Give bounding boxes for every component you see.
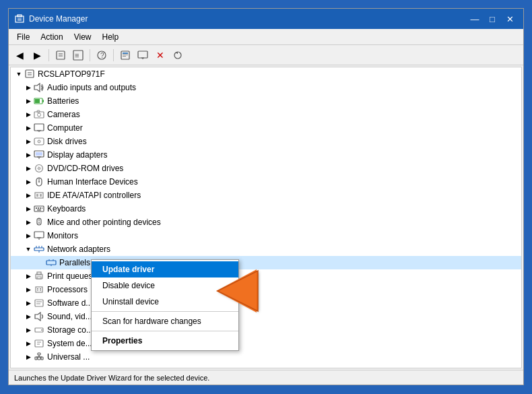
tree-item-cameras[interactable]: ▶ Cameras	[11, 108, 521, 121]
disk-expand[interactable]: ▶	[23, 136, 34, 147]
system-icon	[34, 338, 44, 349]
processors-expand[interactable]: ▶	[23, 284, 34, 295]
tree-item-ide[interactable]: ▶ IDE ATA/ATAPI controllers	[11, 189, 521, 202]
menu-view[interactable]: View	[69, 31, 97, 43]
scan-button[interactable]	[117, 48, 133, 63]
tree-item-dvd[interactable]: ▶ DVD/CD-ROM drives	[11, 162, 521, 175]
root-expand[interactable]: ▼	[13, 69, 24, 79]
mice-expand[interactable]: ▶	[23, 217, 34, 228]
network-expand[interactable]: ▼	[23, 244, 34, 255]
print-label: Print queues	[47, 271, 92, 281]
update-button[interactable]: ≡	[70, 48, 86, 63]
svg-rect-49	[36, 207, 37, 209]
display-expand[interactable]: ▶	[23, 150, 34, 160]
monitors-label: Monitors	[47, 231, 78, 240]
svg-rect-91	[41, 357, 43, 360]
ctx-scan-hardware[interactable]: Scan for hardware changes	[92, 313, 238, 329]
svg-rect-74	[40, 288, 41, 290]
tree-item-print[interactable]: ▶ Print queues	[11, 269, 521, 283]
svg-rect-51	[40, 207, 41, 209]
menu-action[interactable]: Action	[35, 31, 68, 43]
computer-expand[interactable]: ▶	[23, 123, 34, 133]
keyboards-expand[interactable]: ▶	[23, 203, 34, 214]
close-button[interactable]: ✕	[502, 12, 518, 26]
sound-icon	[34, 311, 44, 322]
sound-expand[interactable]: ▶	[23, 311, 34, 322]
ctx-properties[interactable]: Properties	[92, 333, 238, 349]
tree-item-sound[interactable]: ▶ Sound, vid...	[11, 310, 521, 323]
tree-root[interactable]: ▼ RCSLAPTOP971F	[11, 67, 521, 81]
menu-file[interactable]: File	[11, 31, 35, 43]
svg-rect-13	[123, 55, 128, 55]
refresh-button[interactable]	[170, 48, 186, 63]
svg-rect-77	[35, 300, 43, 306]
ctx-disable-device[interactable]: Disable device	[92, 277, 238, 294]
tree-item-parallels[interactable]: ▶ Parallels Ethernet Adapter	[11, 256, 521, 269]
universal-label: Universal ...	[47, 352, 90, 362]
svg-rect-76	[40, 290, 41, 291]
batteries-expand[interactable]: ▶	[23, 96, 34, 106]
svg-rect-60	[34, 248, 44, 251]
mice-icon	[34, 217, 44, 228]
svg-rect-89	[35, 357, 37, 360]
tree-item-audio[interactable]: ▶ Audio inputs and outputs	[11, 81, 521, 94]
svg-point-82	[41, 329, 42, 331]
status-bar: Launches the Update Driver Wizard for th…	[9, 370, 523, 385]
disk-icon	[34, 136, 44, 147]
system-label: System de...	[47, 339, 92, 348]
minimize-button[interactable]: —	[467, 12, 483, 26]
dvd-expand[interactable]: ▶	[23, 163, 34, 174]
delete-button[interactable]: ✕	[152, 48, 168, 63]
tree-item-display[interactable]: ▶ Display adapters	[11, 148, 521, 162]
tree-item-batteries[interactable]: ▶ Batteries	[11, 94, 521, 108]
cameras-expand[interactable]: ▶	[23, 109, 34, 120]
monitor-button[interactable]	[135, 48, 151, 63]
svg-rect-50	[38, 207, 39, 209]
tree-item-mice[interactable]: ▶ Mice and other pointing devices	[11, 216, 521, 229]
forward-button[interactable]: ▶	[29, 48, 45, 63]
tree-item-keyboards[interactable]: ▶ Keyboards	[11, 202, 521, 216]
tree-item-disk[interactable]: ▶ Disk drives	[11, 135, 521, 148]
audio-expand[interactable]: ▶	[23, 82, 34, 93]
title-bar: Device Manager — □ ✕	[9, 9, 523, 29]
storage-expand[interactable]: ▶	[23, 325, 34, 335]
svg-rect-52	[42, 207, 42, 209]
print-expand[interactable]: ▶	[23, 271, 34, 282]
svg-point-34	[39, 141, 40, 142]
tree-item-software[interactable]: ▶ Software d...	[11, 296, 521, 310]
tree-item-hid[interactable]: ▶ Human Interface Devices	[11, 175, 521, 189]
tree-view[interactable]: ▼ RCSLAPTOP971F ▶ Audio inputs and outpu…	[10, 67, 522, 368]
properties-button[interactable]	[53, 48, 69, 63]
monitors-expand[interactable]: ▶	[23, 230, 34, 241]
root-icon	[24, 69, 35, 79]
svg-rect-19	[26, 70, 34, 77]
hid-expand[interactable]: ▶	[23, 176, 34, 187]
system-expand[interactable]: ▶	[23, 338, 34, 349]
maximize-button[interactable]: □	[484, 12, 500, 26]
print-icon	[34, 271, 44, 282]
tree-item-monitors[interactable]: ▶ Monitors	[11, 229, 521, 242]
tree-item-processors[interactable]: ▶ Processors	[11, 283, 521, 296]
svg-rect-24	[42, 100, 44, 102]
tree-item-system[interactable]: ▶ System de...	[11, 337, 521, 350]
back-button[interactable]: ◀	[11, 48, 28, 63]
ctx-update-driver[interactable]: Update driver	[92, 261, 238, 277]
svg-rect-29	[34, 124, 44, 131]
tree-item-network[interactable]: ▼ Network adapters	[11, 242, 521, 256]
main-area: PC .COM ▼ RCSLAPTOP971F ▶ Audio inputs a…	[9, 65, 523, 370]
ide-expand[interactable]: ▶	[23, 190, 34, 201]
tree-item-storage[interactable]: ▶ Storage co...	[11, 323, 521, 337]
universal-expand[interactable]: ▶	[23, 352, 34, 362]
tree-item-universal[interactable]: ▶ Universal ...	[11, 350, 521, 364]
ctx-sep-1	[92, 311, 238, 312]
software-expand[interactable]: ▶	[23, 298, 34, 308]
menu-help[interactable]: Help	[97, 31, 125, 43]
network-icon	[34, 244, 44, 255]
storage-icon	[34, 325, 44, 335]
window-controls: — □ ✕	[467, 12, 518, 26]
help-button[interactable]: ?	[94, 48, 110, 63]
tree-item-computer[interactable]: ▶ Computer	[11, 121, 521, 135]
ctx-uninstall-device[interactable]: Uninstall device	[92, 294, 238, 310]
computer-label: Computer	[47, 123, 83, 133]
status-text: Launches the Update Driver Wizard for th…	[14, 374, 209, 382]
